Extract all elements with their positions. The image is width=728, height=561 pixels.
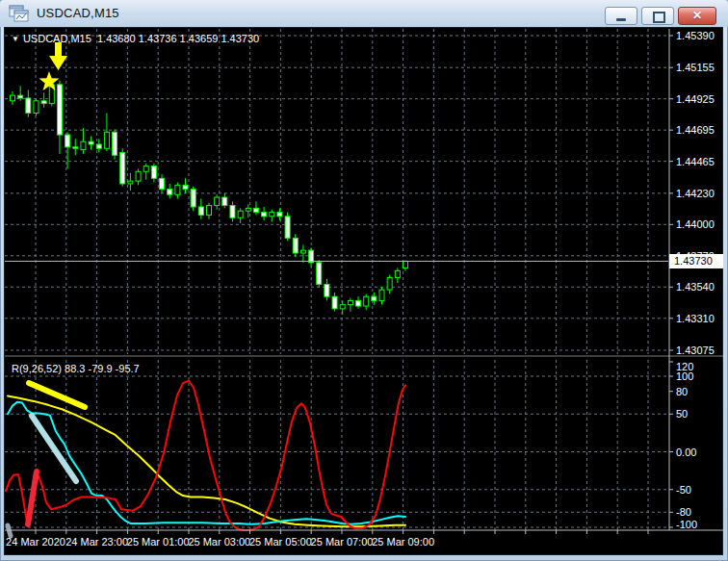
bull-candle — [128, 181, 133, 184]
bull-candle — [300, 250, 305, 253]
price-axis-label: 1.45155 — [676, 61, 715, 74]
bull-candle — [143, 166, 148, 172]
bear-candle — [160, 178, 165, 189]
chart-canvas[interactable] — [4, 27, 723, 555]
bull-candle — [136, 171, 141, 181]
bear-candle — [96, 144, 101, 148]
maximize-icon — [653, 12, 665, 23]
indicator-axis-label: -100 — [676, 518, 697, 531]
bull-candle — [340, 305, 345, 309]
bull-candle — [395, 270, 400, 277]
indicator-label: R(9,26,52) 88.3 -79.9 -95.7 — [12, 363, 140, 374]
bull-candle — [403, 261, 408, 268]
price-axis-label: 1.45390 — [676, 29, 715, 42]
minimize-button[interactable] — [605, 7, 637, 25]
bear-candle — [372, 296, 377, 300]
trendline-yellow[interactable] — [29, 383, 85, 407]
bear-candle — [57, 85, 62, 135]
bear-candle — [230, 206, 235, 218]
bull-candle — [175, 185, 180, 194]
ohlc-high: 1.43736 — [139, 33, 177, 44]
close-button[interactable]: ✕ — [678, 7, 716, 25]
bear-candle — [26, 98, 31, 114]
sell-arrow-icon[interactable] — [49, 42, 67, 70]
time-axis-label: 25 Mar 09:00 — [372, 535, 434, 548]
bull-candle — [34, 101, 39, 114]
indicator-axis-label: 80 — [676, 385, 688, 398]
bull-candle — [81, 141, 86, 149]
price-axis-label: 1.43310 — [676, 312, 715, 325]
bull-candle — [387, 277, 392, 290]
price-axis-label: 1.44000 — [676, 217, 715, 231]
bull-candle — [238, 211, 243, 217]
chart-client-area[interactable]: ▼USDCAD,M15 1.43680 1.43736 1.43659 1.43… — [4, 27, 723, 555]
indicator-line-yellow — [8, 395, 405, 526]
bull-candle — [270, 213, 274, 217]
window-title: USDCAD,M15 — [37, 6, 119, 20]
bear-candle — [113, 132, 117, 155]
ohlc-close: 1.43730 — [221, 33, 259, 44]
price-axis-label: 1.43075 — [676, 344, 715, 357]
bear-candle — [168, 190, 172, 195]
bear-candle — [293, 238, 298, 253]
title-bar[interactable]: USDCAD,M15 ✕ — [0, 0, 728, 27]
bear-candle — [262, 213, 267, 217]
indicator-axis-label: 100 — [676, 370, 693, 383]
price-axis-label: 1.44465 — [676, 155, 715, 168]
bull-candle — [215, 197, 220, 205]
bear-candle — [277, 213, 282, 217]
indicator-line-red — [6, 381, 405, 530]
bull-candle — [104, 132, 109, 148]
chart-app-icon-svg — [9, 5, 30, 22]
bear-candle — [222, 197, 227, 205]
bull-candle — [246, 208, 250, 211]
price-axis-label: 1.44230 — [676, 187, 715, 200]
symbol-dropdown-icon[interactable]: ▼ — [12, 35, 19, 43]
bear-candle — [325, 284, 329, 296]
bear-candle — [285, 217, 290, 239]
time-axis-label: 25 Mar 07:00 — [311, 535, 374, 548]
bull-candle — [11, 95, 15, 101]
indicator-axis-label: 50 — [676, 407, 688, 421]
price-axis-label: 1.44925 — [676, 92, 715, 106]
bear-candle — [332, 296, 337, 309]
bear-candle — [356, 300, 361, 306]
bear-candle — [89, 141, 93, 144]
current-price-tag: 1.43730 — [669, 254, 723, 268]
close-icon: ✕ — [679, 9, 715, 22]
bull-candle — [207, 206, 212, 216]
chart-ohlc-header: ▼USDCAD,M15 1.43680 1.43736 1.43659 1.43… — [12, 33, 259, 44]
bear-candle — [65, 135, 70, 147]
bear-candle — [41, 101, 46, 104]
minimize-icon — [616, 18, 626, 21]
indicator-axis-label: -50 — [676, 483, 691, 497]
time-axis-label: 25 Mar 01:00 — [127, 535, 190, 548]
bear-candle — [120, 152, 125, 183]
ohlc-low: 1.43659 — [180, 33, 219, 44]
time-axis-label: 24 Mar 23:00 — [65, 535, 128, 548]
price-axis-label: 1.44695 — [676, 123, 715, 137]
bear-candle — [151, 166, 156, 179]
price-axis-label: 1.43540 — [676, 280, 715, 293]
bear-candle — [183, 185, 188, 189]
indicator-axis-label: 0.00 — [676, 446, 696, 459]
time-axis-label: 25 Mar 03:00 — [188, 535, 250, 548]
bear-candle — [18, 95, 23, 98]
bear-candle — [317, 263, 322, 285]
chart-symbol-label: USDCAD,M15 — [23, 33, 91, 44]
bear-candle — [191, 190, 195, 207]
bull-candle — [379, 290, 384, 300]
maximize-button[interactable] — [641, 7, 674, 25]
bull-candle — [348, 300, 352, 304]
bear-candle — [198, 207, 203, 215]
ohlc-open: 1.43680 — [97, 33, 136, 44]
bear-candle — [253, 208, 258, 212]
time-axis-label: 24 Mar 2020 — [6, 535, 65, 548]
bear-candle — [73, 147, 78, 148]
chart-app-icon — [9, 5, 30, 22]
bull-candle — [364, 296, 369, 306]
chart-window: USDCAD,M15 ✕ ▼USDCAD,M15 1.43680 1.43736… — [0, 0, 728, 561]
time-axis-label: 25 Mar 05:00 — [249, 535, 312, 548]
